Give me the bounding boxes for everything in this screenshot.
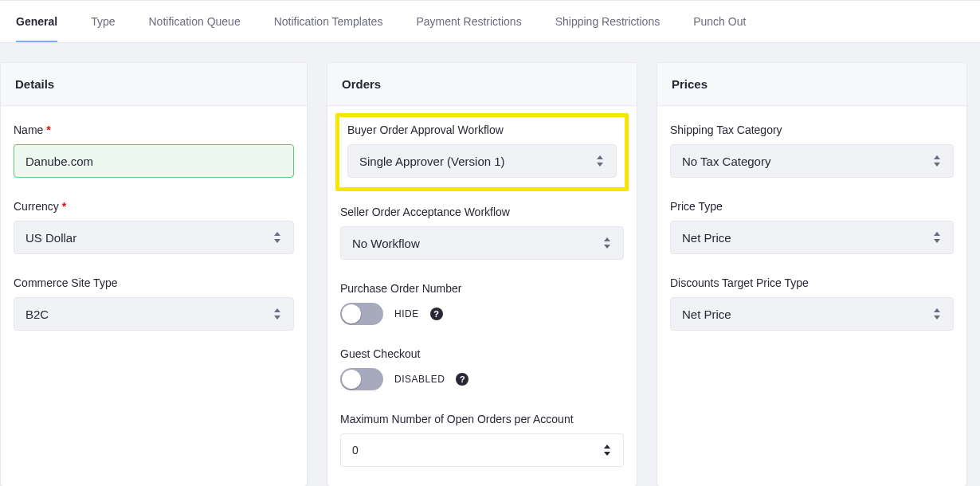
tab-type[interactable]: Type (91, 1, 115, 42)
guest-checkout-toggle[interactable] (340, 368, 383, 390)
select-arrows-icon (934, 155, 942, 167)
tab-notification-templates[interactable]: Notification Templates (274, 1, 383, 42)
orders-title: Orders (327, 63, 637, 106)
help-icon[interactable]: ? (430, 308, 443, 320)
max-open-orders-label: Maximum Number of Open Orders per Accoun… (340, 413, 624, 425)
price-type-value: Net Price (682, 231, 731, 245)
select-arrows-icon (274, 232, 282, 243)
tab-punch-out[interactable]: Punch Out (693, 1, 746, 42)
select-arrows-icon (934, 308, 942, 319)
orders-panel: Orders Buyer Order Approval Workflow Sin… (327, 62, 637, 486)
buyer-workflow-select[interactable]: Single Approver (Version 1) (347, 144, 617, 178)
guest-checkout-label: Guest Checkout (340, 347, 624, 360)
help-icon[interactable]: ? (456, 373, 468, 386)
currency-value: US Dollar (25, 231, 76, 245)
prices-panel: Prices Shipping Tax Category No Tax Cate… (657, 62, 967, 486)
site-type-label: Commerce Site Type (14, 276, 294, 289)
currency-select[interactable]: US Dollar (14, 221, 294, 254)
tab-payment-restrictions[interactable]: Payment Restrictions (416, 1, 521, 42)
shipping-tax-label: Shipping Tax Category (670, 123, 954, 136)
site-type-select[interactable]: B2C (14, 297, 294, 331)
select-arrows-icon (934, 232, 942, 243)
currency-label: Currency (14, 200, 294, 213)
seller-workflow-value: No Workflow (352, 237, 420, 250)
name-label: Name (14, 123, 294, 136)
details-panel: Details Name Danube.com Currency US Doll… (0, 62, 308, 486)
select-arrows-icon (604, 237, 612, 249)
buyer-workflow-highlight: Buyer Order Approval Workflow Single App… (335, 113, 629, 191)
seller-workflow-select[interactable]: No Workflow (340, 226, 624, 260)
price-type-label: Price Type (670, 200, 954, 213)
prices-title: Prices (657, 63, 966, 106)
guest-checkout-state: DISABLED (394, 374, 445, 385)
name-value: Danube.com (25, 155, 93, 168)
tab-shipping-restrictions[interactable]: Shipping Restrictions (555, 1, 661, 42)
shipping-tax-select[interactable]: No Tax Category (670, 144, 954, 178)
tab-notification-queue[interactable]: Notification Queue (149, 1, 241, 42)
po-number-label: Purchase Order Number (340, 282, 624, 295)
po-number-toggle[interactable] (340, 303, 383, 325)
select-arrows-icon (597, 155, 605, 167)
details-title: Details (1, 63, 307, 106)
discounts-target-label: Discounts Target Price Type (670, 276, 954, 289)
buyer-workflow-label: Buyer Order Approval Workflow (347, 123, 617, 136)
shipping-tax-value: No Tax Category (682, 155, 770, 168)
name-input[interactable]: Danube.com (14, 144, 294, 178)
max-open-orders-value: 0 (352, 444, 359, 457)
po-number-state: HIDE (394, 308, 419, 319)
discounts-target-select[interactable]: Net Price (670, 297, 954, 331)
tab-general[interactable]: General (16, 1, 57, 42)
select-arrows-icon (274, 308, 282, 319)
site-type-value: B2C (25, 308, 49, 321)
price-type-select[interactable]: Net Price (670, 221, 954, 254)
max-open-orders-stepper[interactable]: 0 (340, 433, 624, 467)
buyer-workflow-value: Single Approver (Version 1) (359, 155, 505, 168)
seller-workflow-label: Seller Order Acceptance Workflow (340, 206, 624, 218)
tab-bar: General Type Notification Queue Notifica… (0, 0, 980, 43)
discounts-target-value: Net Price (682, 308, 731, 321)
stepper-arrows-icon (604, 445, 612, 456)
